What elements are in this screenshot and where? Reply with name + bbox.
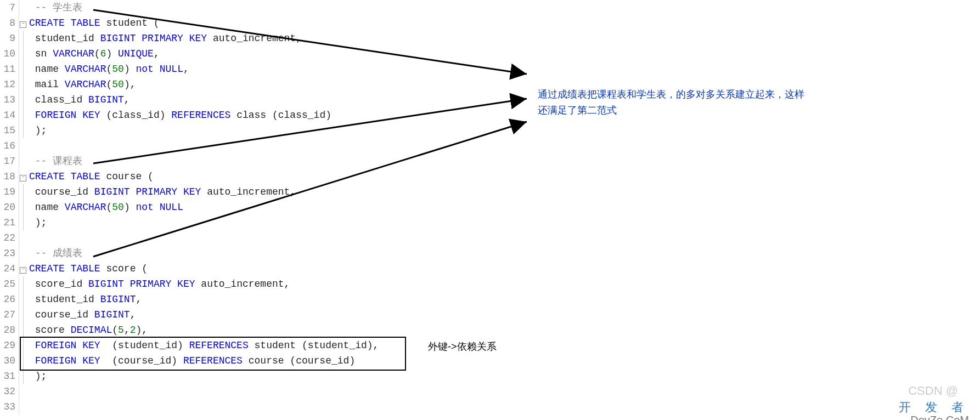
fold-marker — [19, 368, 27, 384]
line-number: 11 — [0, 61, 15, 77]
line-number: 21 — [0, 215, 15, 230]
line-number: 12 — [0, 77, 15, 92]
fold-column: −−− — [19, 0, 27, 415]
fold-marker — [19, 307, 27, 322]
line-number: 24 — [0, 261, 15, 276]
line-number-gutter: 7891011121314151617181920212223242526272… — [0, 0, 19, 415]
fold-marker — [19, 322, 27, 338]
fold-marker — [19, 61, 27, 77]
code-line: score DECIMAL(5,2), — [29, 322, 379, 338]
code-line: CREATE TABLE course ( — [29, 169, 379, 184]
fold-marker — [19, 215, 27, 230]
fold-marker — [19, 184, 27, 200]
line-number: 19 — [0, 184, 15, 200]
line-number: 23 — [0, 246, 15, 261]
code-line — [29, 230, 379, 246]
code-line — [29, 399, 379, 415]
watermark-domain: DevZe.CoM — [910, 414, 969, 420]
fold-marker — [19, 292, 27, 307]
code-line: ); — [29, 123, 379, 138]
foreign-key-label: 外键->依赖关系 — [428, 340, 497, 353]
line-number: 10 — [0, 46, 15, 61]
fold-marker — [19, 77, 27, 92]
fold-marker — [19, 353, 27, 368]
line-number: 17 — [0, 154, 15, 169]
code-line: name VARCHAR(50) not NULL, — [29, 61, 379, 77]
code-line: student_id BIGINT PRIMARY KEY auto_incre… — [29, 31, 379, 46]
code-line: ); — [29, 215, 379, 230]
line-number: 15 — [0, 123, 15, 138]
code-line: FOREIGN KEY (student_id) REFERENCES stud… — [29, 338, 379, 353]
code-line: FOREIGN KEY (class_id) REFERENCES class … — [29, 107, 379, 123]
fold-marker — [19, 107, 27, 123]
line-number: 30 — [0, 353, 15, 368]
fold-marker — [19, 338, 27, 353]
fold-marker — [19, 46, 27, 61]
line-number: 8 — [0, 15, 15, 31]
watermark-brand: 开 发 者 — [899, 399, 969, 416]
fold-marker — [19, 276, 27, 292]
line-number: 20 — [0, 200, 15, 215]
code-line — [29, 138, 379, 154]
code-line: sn VARCHAR(6) UNIQUE, — [29, 46, 379, 61]
fold-marker — [19, 230, 27, 246]
fold-marker — [19, 200, 27, 215]
code-line: student_id BIGINT, — [29, 292, 379, 307]
line-number: 29 — [0, 338, 15, 353]
fold-marker — [19, 0, 27, 15]
code-line: mail VARCHAR(50), — [29, 77, 379, 92]
fold-marker: − — [19, 261, 27, 276]
code-line: -- 成绩表 — [29, 246, 379, 261]
line-number: 25 — [0, 276, 15, 292]
fold-marker — [19, 92, 27, 107]
line-number: 18 — [0, 169, 15, 184]
line-number: 28 — [0, 322, 15, 338]
fold-marker — [19, 399, 27, 415]
fold-marker — [19, 123, 27, 138]
line-number: 32 — [0, 384, 15, 399]
fold-marker — [19, 384, 27, 399]
code-line: -- 课程表 — [29, 154, 379, 169]
fold-marker — [19, 246, 27, 261]
code-line — [29, 384, 379, 399]
code-line: score_id BIGINT PRIMARY KEY auto_increme… — [29, 276, 379, 292]
code-line: -- 学生表 — [29, 0, 379, 15]
line-number: 14 — [0, 107, 15, 123]
line-number: 13 — [0, 92, 15, 107]
line-number: 33 — [0, 399, 15, 415]
fold-marker: − — [19, 169, 27, 184]
line-number: 27 — [0, 307, 15, 322]
code-line: class_id BIGINT, — [29, 92, 379, 107]
code-line: CREATE TABLE score ( — [29, 261, 379, 276]
code-line: FOREIGN KEY (course_id) REFERENCES cours… — [29, 353, 379, 368]
watermark-csdn: CSDN @ — [908, 384, 958, 398]
code-line: ); — [29, 368, 379, 384]
code-line: course_id BIGINT PRIMARY KEY auto_increm… — [29, 184, 379, 200]
fold-marker: − — [19, 15, 27, 31]
fold-marker — [19, 154, 27, 169]
fold-marker — [19, 31, 27, 46]
code-line: CREATE TABLE student ( — [29, 15, 379, 31]
line-number: 9 — [0, 31, 15, 46]
code-content: -- 学生表CREATE TABLE student ( student_id … — [27, 0, 379, 415]
fold-marker — [19, 138, 27, 154]
line-number: 31 — [0, 368, 15, 384]
line-number: 7 — [0, 0, 15, 15]
line-number: 22 — [0, 230, 15, 246]
line-number: 26 — [0, 292, 15, 307]
line-number: 16 — [0, 138, 15, 154]
annotation-text: 通过成绩表把课程表和学生表，的多对多关系建立起来，这样还满足了第二范式 — [538, 87, 812, 118]
code-line: name VARCHAR(50) not NULL — [29, 200, 379, 215]
code-line: course_id BIGINT, — [29, 307, 379, 322]
